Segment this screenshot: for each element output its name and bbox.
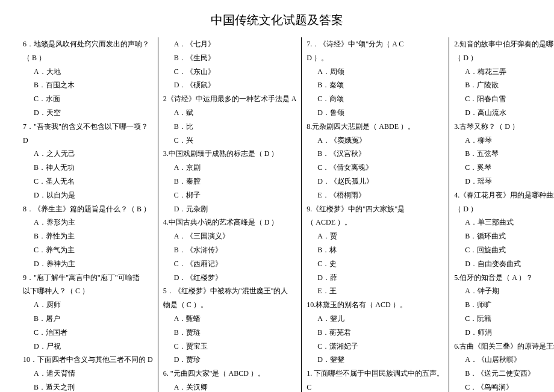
text-line: A．钟子期 xyxy=(454,284,554,298)
text-line: B．广陵散 xyxy=(454,78,554,92)
text-line: B．《送元二使安西》 xyxy=(454,367,554,381)
text-line: 1. 下面哪些不属于中国民族调式中的五声。 xyxy=(307,367,444,381)
text-line: C．《西厢记》 xyxy=(163,257,297,271)
text-line: A．厨师 xyxy=(23,298,153,312)
text-line: B．《汉宫秋》 xyxy=(307,147,444,161)
text-line: A．柳琴 xyxy=(454,134,554,148)
text-line: B．五弦琴 xyxy=(454,147,554,161)
text-line: 8．《养生主》篇的题旨是什么？（ B ） xyxy=(23,202,153,216)
text-line: C．阳春白雪 xyxy=(454,92,554,106)
text-line: 9.《红楼梦》中的"四大家族"是 xyxy=(307,202,444,216)
text-line: A．关汉卿 xyxy=(163,381,297,392)
text-line: 以下哪种人？（ C ） xyxy=(23,284,153,298)
text-line: D．养神为主 xyxy=(23,257,153,271)
text-line: C．奚琴 xyxy=(454,161,554,175)
text-line: B．秦颂 xyxy=(307,78,444,92)
text-line: 5．《红楼梦》中被称为"混世魔王"的人 xyxy=(163,284,297,298)
text-line: 8.元杂剧四大悲剧是（ ABDE ）。 xyxy=(307,120,444,134)
text-line: D．天空 xyxy=(23,106,153,120)
text-line: C．圣人无名 xyxy=(23,175,153,188)
text-line: E．王 xyxy=(307,284,444,298)
text-line: C xyxy=(307,381,444,392)
text-line: C．阮籍 xyxy=(454,312,554,326)
text-line: A．颦儿 xyxy=(307,312,444,326)
text-line: A．养形为主 xyxy=(23,216,153,229)
text-line: A．周颂 xyxy=(307,65,444,79)
text-line: A．甄蟠 xyxy=(163,312,297,326)
text-line: D．颦颦 xyxy=(307,353,444,367)
text-line: 10．下面四者中含义与其他三者不同的 D xyxy=(23,353,153,367)
text-line: 3.中国戏剧臻于成熟的标志是（ D ） xyxy=(163,147,297,161)
content-columns: 6．地籁是风吹何处窍穴而发出的声响？（ B ）A．大地B．百围之木C．水面D．天… xyxy=(18,37,536,392)
page-title: 中国传统文化试题及答案 xyxy=(18,12,536,28)
text-line: A．大地 xyxy=(23,65,153,79)
text-line: A．《七月》 xyxy=(163,37,297,51)
text-line: B．遁天之刑 xyxy=(23,381,153,392)
text-line: D ）。 xyxy=(307,51,444,65)
text-line: C．商颂 xyxy=(307,92,444,106)
text-line: E．《梧桐雨》 xyxy=(307,188,444,202)
text-line: 7．"吾丧我"的含义不包含以下哪一项？ xyxy=(23,120,153,134)
text-line: A．京剧 xyxy=(163,161,297,175)
text-line: B．《生民》 xyxy=(163,51,297,65)
text-line: （ B ） xyxy=(23,51,153,65)
text-line: 7.．《诗经》中"颂"分为（ A C xyxy=(307,37,444,51)
text-line: C．养气为主 xyxy=(23,243,153,257)
text-line: 6.古曲《阳关三叠》的原诗是王维的 B xyxy=(454,340,554,353)
column-3: 7.．《诗经》中"颂"分为（ A CD ）。A．周颂B．秦颂C．商颂D．鲁颂8.… xyxy=(301,37,449,392)
text-line: A．《山居秋暝》 xyxy=(454,353,554,367)
text-line: 6. "元曲四大家"是（ ABCD ）。 xyxy=(163,367,297,381)
text-line: B．比 xyxy=(163,120,297,134)
text-line: C．《倩女离魂》 xyxy=(307,161,444,175)
text-line: D．瑶琴 xyxy=(454,175,554,188)
text-line: B．养性为主 xyxy=(23,229,153,243)
text-line: D．尸祝 xyxy=(23,340,153,353)
text-line: C．潇湘妃子 xyxy=(307,340,444,353)
text-line: A．《三国演义》 xyxy=(163,229,297,243)
text-line: C．水面 xyxy=(23,92,153,106)
text-line: 2.知音的故事中伯牙弹奏的是哪首琴曲？ xyxy=(454,37,554,51)
text-line: D．自由变奏曲式 xyxy=(454,257,554,271)
text-line: A．之人无己 xyxy=(23,147,153,161)
text-line: D．高山流水 xyxy=(454,106,554,120)
text-line: B．师旷 xyxy=(454,298,554,312)
text-line: C．《东山》 xyxy=(163,65,297,79)
column-4: 2.知音的故事中伯牙弹奏的是哪首琴曲？（ D ）A．梅花三弄B．广陵散C．阳春白… xyxy=(449,37,554,392)
text-line: D．鲁颂 xyxy=(307,106,444,120)
text-line: D．元杂剧 xyxy=(163,202,297,216)
text-line: 4.《春江花月夜》用的是哪种曲式结构？ xyxy=(454,188,554,202)
text-line: A．遁天背情 xyxy=(23,367,153,381)
text-line: A．《窦娥冤》 xyxy=(307,134,444,148)
text-line: D．《赵氏孤儿》 xyxy=(307,175,444,188)
text-line: 4.中国古典小说的艺术高峰是（ D ） xyxy=(163,216,297,229)
text-line: B．蘅芜君 xyxy=(307,326,444,340)
text-line: 5.伯牙的知音是（ A ）？ xyxy=(454,271,554,285)
text-line: D．师涓 xyxy=(454,326,554,340)
column-2: A．《七月》B．《生民》C．《东山》D．《硕鼠》2《诗经》中运用最多的一种艺术手… xyxy=(158,37,302,392)
text-line: D．《红楼梦》 xyxy=(163,271,297,285)
text-line: B．循环曲式 xyxy=(454,229,554,243)
text-line: B．贾琏 xyxy=(163,326,297,340)
text-line: C．《鸟鸣涧》 xyxy=(454,381,554,392)
text-line: B．秦腔 xyxy=(163,175,297,188)
text-line: （ D ） xyxy=(454,202,554,216)
text-line: A．赋 xyxy=(163,106,297,120)
text-line: A．单三部曲式 xyxy=(454,216,554,229)
text-line: 6．地籁是风吹何处窍穴而发出的声响？ xyxy=(23,37,153,51)
column-1: 6．地籁是风吹何处窍穴而发出的声响？（ B ）A．大地B．百围之木C．水面D．天… xyxy=(18,37,158,392)
text-line: B．百围之木 xyxy=(23,78,153,92)
text-line: C．史 xyxy=(307,257,444,271)
text-line: D xyxy=(23,134,153,148)
text-line: D．《硕鼠》 xyxy=(163,78,297,92)
text-line: B．屠户 xyxy=(23,312,153,326)
text-line: D．贾珍 xyxy=(163,353,297,367)
text-line: C．梆子 xyxy=(163,188,297,202)
text-line: （ D ） xyxy=(454,51,554,65)
text-line: C．治国者 xyxy=(23,326,153,340)
text-line: （ ACDE ）。 xyxy=(307,216,444,229)
text-line: C．回旋曲式 xyxy=(454,243,554,257)
text-line: B．神人无功 xyxy=(23,161,153,175)
text-line: D．薛 xyxy=(307,271,444,285)
text-line: A．贾 xyxy=(307,229,444,243)
text-line: 9．"庖丁解牛"寓言中的"庖丁"可喻指 xyxy=(23,271,153,285)
